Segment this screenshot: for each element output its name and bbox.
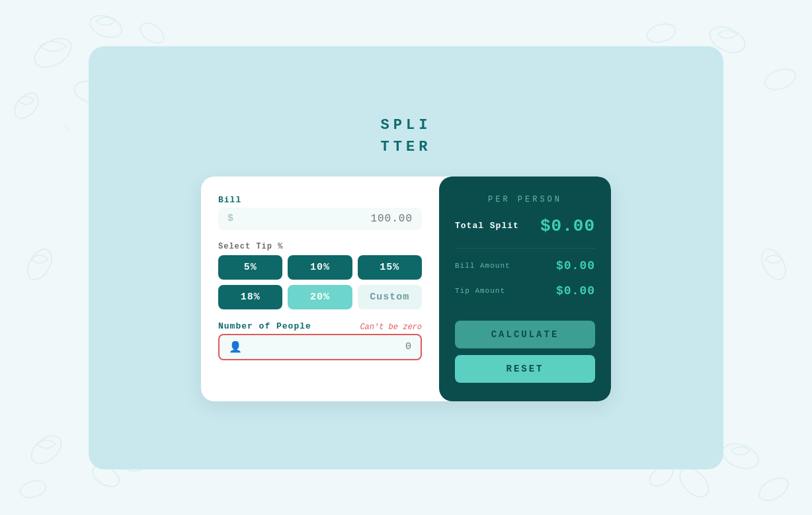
app-title: SPLI TTER [381,114,432,158]
people-input[interactable] [247,341,411,352]
svg-point-14 [757,245,791,284]
main-panel: SPLI TTER Bill $ Select Tip % 5% 10% 15% [89,46,723,469]
bill-input[interactable] [237,213,413,225]
card-left: Bill $ Select Tip % 5% 10% 15% 18% 20% C… [201,177,439,401]
bill-input-wrapper: $ [218,208,422,230]
svg-text:$: $ [63,119,70,136]
svg-point-9 [19,478,48,500]
people-error: Can't be zero [360,323,422,332]
total-split-label: Total Split [455,221,519,231]
svg-point-1 [87,11,124,41]
calculate-button[interactable]: CALCULATE [455,321,595,348]
svg-point-17 [137,19,168,48]
card-right: PER PERSON Total Split $0.00 Bill Amount… [439,177,611,401]
tip-amount-label: Tip Amount [455,287,505,295]
bill-amount-label: Bill Amount [455,262,510,270]
bill-label: Bill [218,195,422,205]
bill-amount-value: $0.00 [556,259,595,272]
people-header: Number of People Can't be zero [218,321,422,334]
results-section: PER PERSON Total Split $0.00 Bill Amount… [455,195,595,321]
people-label: Number of People [218,321,311,331]
tip-grid: 5% 10% 15% 18% 20% Custom [218,255,422,309]
tip-label: Select Tip % [218,242,422,251]
tip-btn-20[interactable]: 20% [288,285,352,309]
svg-point-7 [26,430,66,469]
tip-btn-5[interactable]: 5% [218,255,282,280]
svg-point-5 [762,65,799,94]
reset-button[interactable]: RESET [455,355,595,383]
tip-btn-custom[interactable]: Custom [358,285,422,309]
per-person-label: PER PERSON [455,195,595,204]
divider-1 [455,248,595,249]
svg-point-0 [30,32,76,73]
tip-btn-10[interactable]: 10% [288,255,352,280]
tip-btn-18[interactable]: 18% [218,285,282,309]
bill-section: Bill $ [218,195,422,230]
tip-section: Select Tip % 5% 10% 15% 18% 20% Custom [218,242,422,309]
bill-amount-row: Bill Amount $0.00 [455,259,595,272]
svg-point-13 [23,245,57,284]
buttons-section: CALCULATE RESET [455,321,595,383]
svg-point-2 [10,89,43,123]
calculator-card: Bill $ Select Tip % 5% 10% 15% 18% 20% C… [201,177,611,401]
total-split-value: $0.00 [540,216,595,236]
tip-btn-15[interactable]: 15% [358,255,422,280]
total-split-row: Total Split $0.00 [455,216,595,236]
tip-amount-row: Tip Amount $0.00 [455,284,595,297]
currency-symbol: $ [227,213,233,224]
person-icon: 👤 [229,340,242,354]
svg-point-10 [719,439,762,473]
svg-point-11 [755,473,792,505]
people-input-wrapper: 👤 [218,334,422,360]
tip-amount-value: $0.00 [556,284,595,297]
svg-point-16 [645,21,677,46]
people-section: Number of People Can't be zero 👤 [218,321,422,360]
